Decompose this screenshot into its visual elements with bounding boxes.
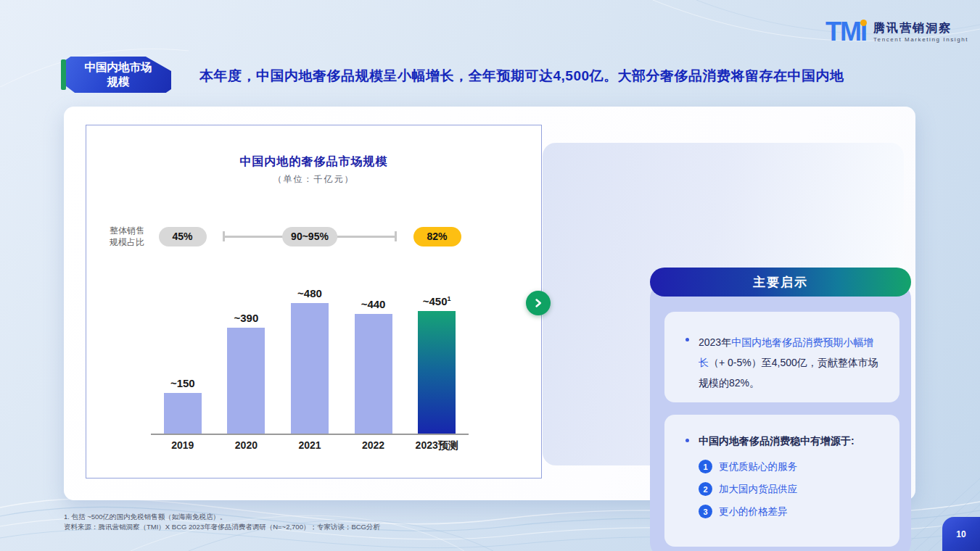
source-note: 资料来源：腾讯营销洞察（TMI）X BCG 2023年奢侈品消费者调研（N=~2… (64, 523, 380, 532)
insight-driver-item: 3更小的价格差异 (699, 505, 889, 518)
bar-value-label: ~4501 (423, 295, 451, 307)
bullet-dot-icon (685, 439, 689, 442)
bar-value-label: ~150 (170, 377, 195, 389)
insight-drivers-heading: 中国内地奢侈品消费稳中有增源于: (699, 434, 889, 448)
x-axis-label: 2023预测 (405, 439, 469, 452)
bar-2023预测: ~4501 (418, 311, 456, 434)
insight-card-growth-text: 2023年中国内地奢侈品消费预期小幅增长（+ 0-5%）至4,500亿，贡献整体… (699, 332, 888, 393)
insight-driver-item: 2加大国内货品供应 (699, 482, 889, 496)
bar-value-label: ~480 (297, 287, 322, 299)
bar-2021: ~480 (291, 303, 329, 434)
bar-value-label: ~440 (361, 298, 386, 310)
badge-green-accent (61, 59, 66, 90)
bar-2019: ~150 (164, 393, 202, 434)
number-badge-icon: 1 (699, 460, 712, 473)
share-row: 45% 90~95% 82% (151, 225, 469, 247)
share-pill-2020-2022: 90~95% (282, 227, 337, 246)
x-axis-label: 2022 (342, 439, 405, 452)
tmi-logo-dot-icon (860, 20, 867, 26)
page-title: 本年度，中国内地奢侈品规模呈小幅增长，全年预期可达4,500亿。大部分奢侈品消费… (199, 67, 918, 86)
number-badge-icon: 3 (699, 505, 712, 518)
x-axis-label: 2019 (151, 439, 215, 452)
page-number-badge: 10 (942, 517, 980, 551)
bar-chart-x-axis: 20192020202120222023预测 (151, 439, 469, 452)
share-pill-2023: 82% (413, 227, 461, 246)
share-span-tick-right (395, 231, 397, 241)
slide-background: TMI 腾讯营销洞察 Tencent Marketing Insight 中国内… (0, 0, 980, 551)
insight-driver-text: 更小的价格差异 (719, 505, 788, 518)
bar-chart: ~150~390~480~440~4501 (151, 279, 469, 435)
section-badge-line1: 中国内地市场 (65, 60, 171, 75)
insight-card-growth: 2023年中国内地奢侈品消费预期小幅增长（+ 0-5%）至4,500亿，贡献整体… (664, 312, 899, 402)
share-span-tick-left (223, 231, 225, 241)
tmi-logo-chinese: 腾讯营销洞察 (873, 22, 968, 35)
insight-driver-text: 更优质贴心的服务 (719, 460, 797, 473)
bar-2020: ~390 (227, 328, 265, 434)
chevron-right-icon (532, 297, 544, 309)
insight-driver-text: 加大国内货品供应 (719, 483, 797, 496)
x-axis-label: 2020 (215, 439, 279, 452)
chart-subtitle: （单位：千亿元） (86, 173, 541, 186)
bullet-dot-icon (685, 338, 689, 341)
footnote: 1. 包括 ~500亿的国内免税销售额（如海南免税店）。 (64, 513, 227, 522)
section-badge-line2: 规模 (65, 75, 171, 89)
tmi-logo-english: Tencent Marketing Insight (873, 36, 968, 43)
insight-driver-list: 1更优质贴心的服务2加大国内货品供应3更小的价格差异 (699, 460, 889, 518)
next-arrow-button[interactable] (526, 291, 551, 315)
chart-panel: 中国内地的奢侈品市场规模 （单位：千亿元） 整体销售 规模占比 45% 90~9… (86, 125, 542, 478)
chart-title: 中国内地的奢侈品市场规模 (86, 154, 541, 170)
share-span-2020-2022: 90~95% (214, 225, 405, 247)
tmi-logo-text: 腾讯营销洞察 Tencent Marketing Insight (873, 22, 968, 43)
bar-value-label: ~390 (234, 312, 258, 324)
number-badge-icon: 2 (699, 482, 712, 496)
tmi-logo-mark: TMI (825, 19, 866, 45)
bar-2022: ~440 (355, 314, 392, 434)
insight-header-pill: 主要启示 (650, 268, 911, 297)
share-pill-2019: 45% (159, 227, 207, 246)
insight-driver-item: 1更优质贴心的服务 (699, 460, 889, 473)
insight-card-drivers: 中国内地奢侈品消费稳中有增源于: 1更优质贴心的服务2加大国内货品供应3更小的价… (664, 415, 899, 547)
main-card: 中国内地的奢侈品市场规模 （单位：千亿元） 整体销售 规模占比 45% 90~9… (64, 107, 915, 500)
tmi-logo: TMI 腾讯营销洞察 Tencent Marketing Insight (825, 19, 968, 45)
x-axis-label: 2021 (278, 439, 342, 452)
